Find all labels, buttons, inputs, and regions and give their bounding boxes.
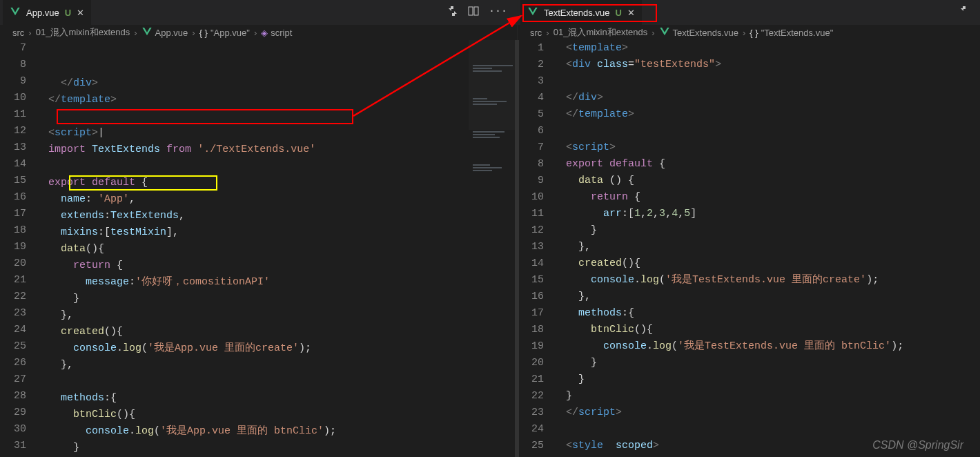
chevron-right-icon: › (651, 28, 654, 38)
tabbar-actions: ··· (447, 6, 517, 20)
chevron-right-icon: › (743, 28, 745, 38)
chevron-right-icon: › (254, 28, 257, 38)
split-editor-icon[interactable] (468, 6, 479, 20)
minimap[interactable] (469, 40, 517, 130)
more-actions-icon[interactable]: ··· (489, 6, 507, 20)
chevron-right-icon: › (28, 28, 31, 38)
watermark-text: CSDN @SpringSir (872, 439, 963, 451)
breadcrumb-item[interactable]: src (12, 28, 24, 38)
line-number-gutter: 7891011121314151617181920212223242526272… (0, 40, 36, 457)
editor-pane-left: App.vue U ✕ ··· src › 01_混入mixin和extends… (0, 0, 518, 457)
code-content[interactable]: <template> <div class="testExtends"> </d… (553, 40, 980, 457)
breadcrumb-item[interactable]: { } "App.vue" (199, 28, 250, 38)
code-editor-left[interactable]: 7891011121314151617181920212223242526272… (0, 40, 517, 457)
tabbar-left: App.vue U ✕ ··· (0, 0, 517, 25)
vue-file-icon (10, 6, 21, 19)
close-icon[interactable]: ✕ (627, 8, 635, 18)
breadcrumbs-right[interactable]: src › 01_混入mixin和extends › TextExtends.v… (518, 25, 980, 40)
tabbar-actions (959, 6, 980, 20)
chevron-right-icon: › (546, 28, 549, 38)
svg-rect-0 (469, 7, 473, 15)
breadcrumb-item[interactable]: { } "TextExtends.vue" (749, 28, 833, 38)
tab-app-vue[interactable]: App.vue U ✕ (3, 0, 92, 25)
tabbar-right: TextExtends.vue U ✕ (518, 0, 980, 25)
code-editor-right[interactable]: 1234567891011121314151617181920212223242… (518, 40, 980, 457)
compare-changes-icon[interactable] (959, 6, 970, 20)
breadcrumbs-left[interactable]: src › 01_混入mixin和extends › App.vue › { }… (0, 25, 517, 40)
code-content[interactable]: </div> </template> <script>| import Text… (36, 40, 517, 457)
tab-filename: App.vue (26, 8, 59, 18)
tab-filename: TextExtends.vue (544, 8, 609, 18)
svg-rect-1 (474, 7, 478, 15)
breadcrumb-item[interactable]: ◈ script (261, 28, 292, 38)
tab-textextends-vue[interactable]: TextExtends.vue U ✕ (520, 0, 643, 25)
tab-git-status: U (65, 8, 71, 18)
line-number-gutter: 1234567891011121314151617181920212223242… (518, 40, 553, 457)
split-sash[interactable] (515, 40, 519, 457)
chevron-right-icon: › (134, 28, 137, 38)
tab-git-status: U (615, 8, 621, 18)
chevron-right-icon: › (192, 28, 195, 38)
breadcrumb-item[interactable]: src (530, 28, 542, 38)
close-icon[interactable]: ✕ (77, 8, 84, 18)
breadcrumb-item[interactable]: 01_混入mixin和extends (553, 26, 648, 39)
breadcrumb-item[interactable]: TextExtends.vue (659, 26, 738, 39)
editor-pane-right: TextExtends.vue U ✕ src › 01_混入mixin和ext… (518, 0, 980, 457)
breadcrumb-item[interactable]: App.vue (141, 26, 188, 39)
vue-file-icon (527, 6, 538, 19)
breadcrumb-item[interactable]: 01_混入mixin和extends (36, 26, 130, 39)
compare-changes-icon[interactable] (447, 6, 458, 20)
